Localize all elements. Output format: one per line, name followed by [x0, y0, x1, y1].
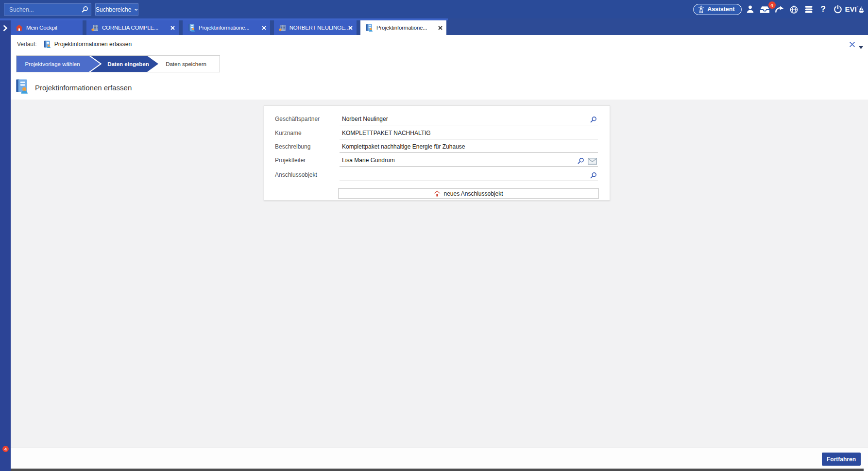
- projektleiter-field[interactable]: Lisa Marie Gundrum: [340, 153, 598, 167]
- search-input[interactable]: [4, 6, 78, 13]
- project-icon: [15, 79, 28, 96]
- form-row-beschreibung: Beschreibung Komplettpaket nachhaltige E…: [275, 139, 598, 153]
- project-icon: [187, 24, 195, 32]
- left-side-strip: [0, 20, 11, 471]
- tab-projektinfo-active[interactable]: Projektinformatione...: [360, 20, 446, 35]
- history-label: Verlauf:: [17, 41, 37, 48]
- wizard-step-3-label: Daten speichern: [166, 61, 206, 67]
- form-row-anschlussobjekt: Anschlussobjekt: [275, 166, 598, 181]
- redo-arrow-icon: [775, 5, 784, 13]
- history-entry[interactable]: Projektinformationen erfassen: [54, 41, 132, 48]
- tab-label: Projektinformatione...: [376, 25, 427, 31]
- lighthouse-icon: [698, 5, 704, 13]
- field-label: Projektleiter: [275, 157, 306, 164]
- global-search[interactable]: [4, 3, 91, 16]
- world-user-button[interactable]: [787, 0, 801, 18]
- wizard-step-2-label: Daten eingeben: [107, 61, 149, 67]
- tab-close-icon[interactable]: [438, 26, 443, 30]
- tab-bar: Mein Cockpit CORNELIA COMPLE... Projekti…: [0, 18, 868, 35]
- tab-label: CORNELIA COMPLE...: [102, 25, 158, 31]
- footer-bar: [11, 448, 868, 469]
- user-button[interactable]: [743, 0, 758, 18]
- user-icon: [746, 5, 755, 14]
- tab-label: NORBERT NEULINGE...: [289, 25, 348, 31]
- close-icon[interactable]: [849, 41, 855, 50]
- field-value: KOMPLETTPAKET NACHHALTIG: [342, 130, 431, 136]
- geschaeftspartner-field[interactable]: Norbert Neulinger: [340, 112, 598, 125]
- assistant-button[interactable]: Assistent: [693, 4, 741, 15]
- building-icon: [91, 24, 99, 32]
- tab-close-icon[interactable]: [262, 26, 266, 30]
- corner-notification-badge[interactable]: 4: [2, 446, 9, 452]
- help-button[interactable]: ?: [816, 0, 831, 18]
- search-scope-label: Suchbereiche: [96, 6, 131, 13]
- assistant-label: Assistent: [707, 6, 734, 13]
- new-anschlussobjekt-label: neues Anschlussobjekt: [443, 190, 503, 197]
- globe-user-icon: [789, 5, 799, 14]
- field-label: Anschlussobjekt: [275, 171, 317, 178]
- tab-label: Mein Cockpit: [26, 25, 57, 31]
- wizard-steps: Projektvorlage wählen Daten eingeben Dat…: [16, 55, 220, 72]
- brand-text: EVI: [845, 5, 857, 13]
- form-card: Geschäftspartner Norbert Neulinger Kurzn…: [264, 105, 610, 201]
- page-title: Projektinformationen erfassen: [35, 84, 132, 92]
- field-value: Norbert Neulinger: [342, 116, 388, 122]
- top-bar: Suchbereiche Assistent 4 ? EVI°: [0, 0, 868, 18]
- field-label: Beschreibung: [275, 143, 310, 150]
- logout-button[interactable]: [831, 0, 845, 18]
- power-icon: [834, 5, 842, 14]
- tab-close-icon[interactable]: [170, 26, 175, 30]
- stack-icon: [805, 5, 813, 14]
- field-value: Komplettpaket nachhaltige Energie für Zu…: [342, 143, 465, 150]
- window-bottom-edge: [11, 469, 864, 471]
- lookup-icon[interactable]: [590, 116, 597, 123]
- chevron-down-icon: [135, 8, 138, 12]
- breadcrumb: Verlauf: Projektinformationen erfassen: [17, 40, 132, 48]
- continue-button[interactable]: Fortfahren: [822, 453, 861, 466]
- house-icon: [434, 190, 441, 197]
- project-icon: [365, 24, 373, 32]
- building-icon: [279, 24, 286, 32]
- question-icon: ?: [820, 4, 825, 14]
- tab-cornelia[interactable]: CORNELIA COMPLE...: [86, 20, 179, 35]
- lookup-icon[interactable]: [590, 172, 597, 179]
- new-anschlussobjekt-button[interactable]: neues Anschlussobjekt: [338, 188, 599, 199]
- mail-icon[interactable]: [588, 158, 597, 165]
- expand-sidebar-icon[interactable]: [2, 25, 8, 34]
- beschreibung-field[interactable]: Komplettpaket nachhaltige Energie für Zu…: [340, 139, 598, 153]
- home-icon: [16, 24, 23, 31]
- brand-logo: EVI°: [845, 5, 864, 14]
- wizard-step-1-label: Projektvorlage wählen: [25, 61, 80, 67]
- project-icon: [43, 40, 51, 48]
- tab-mein-cockpit[interactable]: Mein Cockpit: [11, 20, 83, 35]
- field-label: Geschäftspartner: [275, 116, 320, 122]
- inbox-button[interactable]: 4: [758, 0, 772, 18]
- redo-button[interactable]: [772, 0, 787, 18]
- form-row-kurzname: Kurzname KOMPLETTPAKET NACHHALTIG: [275, 126, 598, 139]
- tab-close-icon[interactable]: [348, 26, 353, 30]
- lookup-icon[interactable]: [577, 157, 584, 165]
- form-row-geschaeftspartner: Geschäftspartner Norbert Neulinger: [275, 112, 598, 125]
- kurzname-field[interactable]: KOMPLETTPAKET NACHHALTIG: [340, 126, 598, 139]
- caret-down-icon[interactable]: [859, 42, 863, 51]
- tab-norbert[interactable]: NORBERT NEULINGE...: [274, 20, 357, 35]
- search-scope-dropdown[interactable]: Suchbereiche: [95, 3, 138, 16]
- stack-button[interactable]: [801, 0, 816, 18]
- sailboat-icon: [858, 6, 864, 14]
- anschlussobjekt-field[interactable]: [340, 166, 598, 181]
- form-row-projektleiter: Projektleiter Lisa Marie Gundrum: [275, 153, 598, 167]
- field-value: Lisa Marie Gundrum: [342, 157, 395, 164]
- field-label: Kurzname: [275, 130, 302, 136]
- search-icon[interactable]: [78, 6, 91, 13]
- tab-label: Projektinformatione...: [199, 25, 249, 31]
- tab-projektinfo-1[interactable]: Projektinformatione...: [183, 20, 270, 35]
